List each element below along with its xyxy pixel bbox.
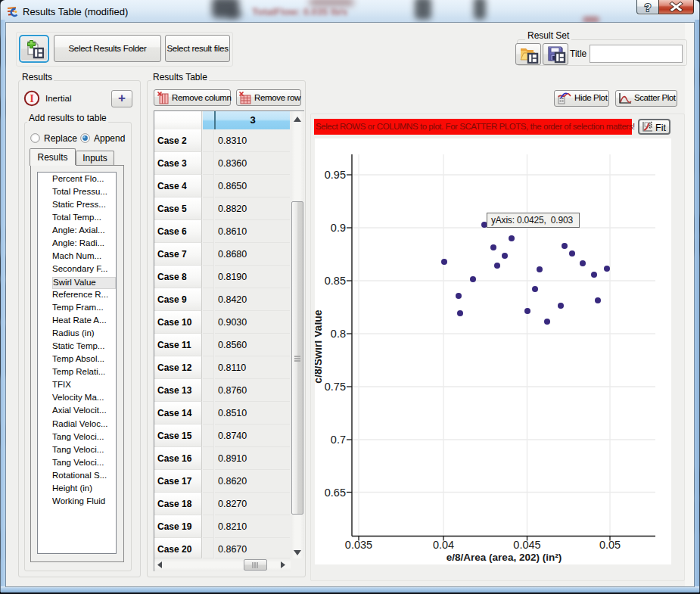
svg-text:c/8/Swirl Value: c/8/Swirl Value <box>315 309 324 383</box>
svg-text:0.8: 0.8 <box>331 328 346 340</box>
svg-text:0.045: 0.045 <box>513 539 540 551</box>
svg-text:0.65: 0.65 <box>325 487 346 499</box>
svg-text:0.04: 0.04 <box>433 539 454 551</box>
svg-text:0.035: 0.035 <box>345 539 372 551</box>
svg-text:0.9: 0.9 <box>331 222 346 234</box>
svg-text:0.95: 0.95 <box>325 169 346 181</box>
svg-text:0.85: 0.85 <box>325 275 346 287</box>
svg-text:e/8/Area (area, 202) (in²): e/8/Area (area, 202) (in²) <box>446 552 562 563</box>
svg-text:0.75: 0.75 <box>325 381 346 393</box>
svg-text:?: ? <box>645 2 652 14</box>
svg-text:0.05: 0.05 <box>599 539 621 551</box>
svg-text:I: I <box>30 92 34 104</box>
svg-text:0.7: 0.7 <box>331 434 346 446</box>
